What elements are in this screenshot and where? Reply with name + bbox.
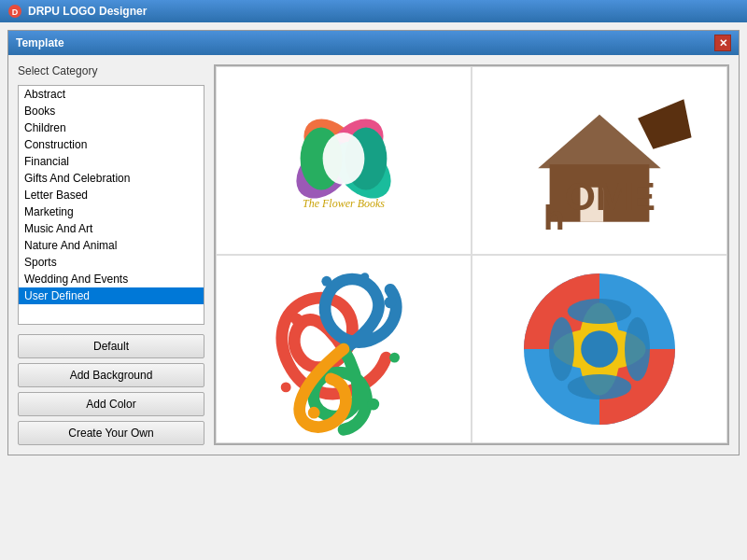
category-item-books[interactable]: Books (19, 103, 204, 119)
add-color-button[interactable]: Add Color (18, 392, 204, 416)
svg-point-15 (291, 314, 303, 326)
svg-point-16 (385, 297, 397, 309)
logo-cell-flower[interactable]: The Flower Books (216, 66, 472, 255)
svg-point-26 (581, 330, 618, 368)
home-logo-svg: hOME (492, 67, 707, 254)
logo-grid: The Flower Books (214, 64, 729, 445)
category-item-gifts-and-celebration[interactable]: Gifts And Celebration (19, 170, 204, 187)
dialog-content: Select Category AbstractBooksChildrenCon… (8, 55, 739, 455)
dialog-close-button[interactable]: ✕ (714, 35, 731, 51)
swirl-logo-svg (250, 256, 437, 442)
svg-point-20 (281, 382, 291, 392)
left-panel: Select Category AbstractBooksChildrenCon… (18, 64, 204, 445)
svg-point-29 (568, 299, 631, 324)
logo-cell-circle[interactable] (472, 255, 727, 443)
svg-point-28 (625, 317, 650, 381)
circle-logo-svg (515, 265, 684, 433)
close-icon: ✕ (719, 37, 727, 49)
svg-point-17 (389, 353, 400, 363)
button-group: Default Add Background Add Color Create … (18, 334, 204, 445)
svg-text:D: D (12, 7, 19, 17)
svg-point-22 (360, 273, 369, 281)
dialog-title-text: Template (16, 36, 64, 49)
add-background-button[interactable]: Add Background (18, 363, 204, 387)
default-button[interactable]: Default (18, 334, 204, 358)
category-item-letter-based[interactable]: Letter Based (19, 187, 204, 203)
app-title-text: DRPU LOGO Designer (28, 5, 147, 18)
category-item-wedding-and-events[interactable]: Wedding And Events (19, 271, 204, 287)
svg-point-30 (568, 374, 631, 399)
category-item-nature-and-animal[interactable]: Nature And Animal (19, 237, 204, 254)
svg-marker-13 (638, 99, 692, 148)
svg-point-18 (367, 399, 379, 411)
dialog-title-bar: Template ✕ (8, 31, 739, 55)
category-item-construction[interactable]: Construction (19, 136, 204, 153)
svg-point-8 (323, 133, 365, 185)
category-item-financial[interactable]: Financial (19, 153, 204, 170)
category-item-marketing[interactable]: Marketing (19, 203, 204, 220)
app-icon: D (7, 4, 22, 19)
category-item-abstract[interactable]: Abstract (19, 86, 204, 103)
svg-point-27 (549, 317, 574, 381)
category-item-user-defined[interactable]: User Defined (19, 287, 204, 304)
main-dialog: Template ✕ Select Category AbstractBooks… (7, 30, 740, 455)
category-item-children[interactable]: Children (19, 119, 204, 136)
category-list[interactable]: AbstractBooksChildrenConstructionFinanci… (18, 85, 204, 325)
logo-cell-home[interactable]: hOME (472, 66, 727, 255)
category-item-sports[interactable]: Sports (19, 254, 204, 271)
create-your-own-button[interactable]: Create Your Own (18, 421, 204, 445)
svg-text:The Flower Books: The Flower Books (303, 197, 385, 210)
logo-cell-swirl[interactable] (216, 255, 472, 443)
svg-point-19 (308, 407, 320, 419)
svg-point-21 (321, 276, 331, 287)
category-item-music-and-art[interactable]: Music And Art (19, 220, 204, 237)
app-window: D DRPU LOGO Designer Template ✕ Select C… (0, 0, 747, 455)
select-category-label: Select Category (18, 64, 204, 77)
app-title-bar: D DRPU LOGO Designer (0, 0, 747, 22)
flower-logo-svg: The Flower Books (269, 95, 418, 226)
